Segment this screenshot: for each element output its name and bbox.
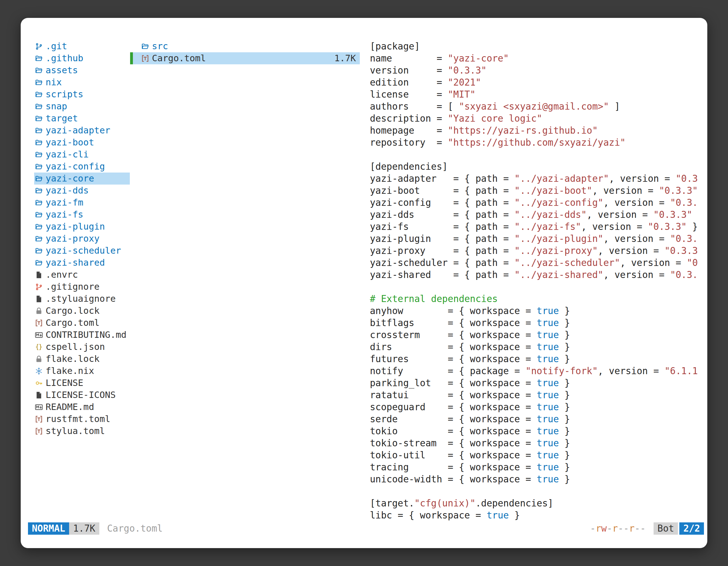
status-bar: NORMAL 1.7K Cargo.toml -rw-r--r-- Bot 2/… [28,522,704,535]
file-name: .git [46,40,67,52]
parent-file-row[interactable]: stylua.toml [34,425,130,437]
file-name: yazi-cli [46,149,89,161]
file-name: yazi-fs [46,209,83,221]
yazi-window: .git.githubassetsnixscriptssnaptargetyaz… [21,18,707,548]
git-icon [35,43,46,50]
preview-line: tokio = { workspace = true } [370,425,704,437]
selected-indicator-bar [130,52,133,64]
folder-icon [35,223,46,231]
parent-file-row[interactable]: LICENSE [34,377,130,389]
preview-line: tokio-stream = { workspace = true } [370,437,704,449]
file-name: target [46,112,78,125]
folder-icon [35,127,46,135]
preview-line: futures = { workspace = true } [370,353,704,365]
file-name: assets [46,64,78,76]
parent-file-row[interactable]: .envrc [34,269,130,281]
preview-line: [target."cfg(unix)".dependencies] [370,497,704,509]
parent-file-row[interactable]: flake.nix [34,365,130,377]
license-icon [35,379,46,387]
parent-file-row[interactable]: yazi-fs [34,209,130,221]
parent-file-row[interactable]: .gitignore [34,281,130,293]
file-name: .gitignore [46,281,100,293]
file-name: nix [46,76,62,88]
parent-file-row[interactable]: README.md [34,401,130,413]
preview-line: authors = [ "sxyazi <sxyazi@gmail.com>" … [370,100,704,112]
parent-file-row[interactable]: .github [34,52,130,64]
preview-line: yazi-adapter = { path = "../yazi-adapter… [370,173,704,185]
parent-file-row[interactable]: nix [34,76,130,88]
file-name: yazi-scheduler [46,245,121,257]
preview-line: yazi-boot = { path = "../yazi-boot", ver… [370,185,704,197]
parent-file-row[interactable]: .git [34,40,130,52]
file-name: .envrc [46,269,78,281]
folder-icon [35,115,46,123]
folder-icon [35,103,46,111]
parent-file-row[interactable]: LICENSE-ICONS [34,389,130,401]
file-name: Cargo.lock [46,305,100,317]
folder-icon [35,55,46,62]
parent-file-row[interactable]: flake.lock [34,353,130,365]
folder-icon [35,151,46,159]
file-name: yazi-proxy [46,233,100,245]
parent-file-row[interactable]: yazi-boot [34,137,130,149]
current-file-row[interactable]: Cargo.toml1.7K [130,52,360,64]
folder-icon [35,91,46,98]
folder-icon [35,235,46,243]
parent-file-row[interactable]: yazi-cli [34,149,130,161]
preview-line: bitflags = { workspace = true } [370,317,704,329]
folder-icon [35,199,46,207]
json-icon [35,343,46,351]
preview-line: tracing = { workspace = true } [370,461,704,473]
parent-file-row[interactable]: yazi-dds [34,185,130,197]
preview-line: yazi-config = { path = "../yazi-config",… [370,197,704,209]
file-name: LICENSE [46,377,83,389]
preview-line: homepage = "https://yazi-rs.github.io" [370,125,704,137]
file-name: yazi-adapter [46,125,110,137]
preview-line: repository = "https://github.com/sxyazi/… [370,137,704,149]
preview-line: license = "MIT" [370,88,704,100]
preview-line [370,281,704,293]
parent-file-row[interactable]: yazi-shared [34,257,130,269]
file-name: .styluaignore [46,293,116,305]
parent-file-row[interactable]: CONTRIBUTING.md [34,329,130,341]
parent-file-row[interactable]: yazi-fm [34,197,130,209]
preview-line: yazi-shared = { path = "../yazi-shared",… [370,269,704,281]
file-icon [35,271,46,279]
preview-line: parking_lot = { workspace = true } [370,377,704,389]
file-icon [35,391,46,399]
parent-file-row[interactable]: yazi-scheduler [34,245,130,257]
parent-file-row[interactable]: Cargo.toml [34,317,130,329]
toml-icon [35,427,46,435]
mode-indicator: NORMAL [28,522,69,535]
parent-file-row[interactable]: rustfmt.toml [34,413,130,425]
file-name: .github [46,52,83,64]
preview-line: yazi-plugin = { path = "../yazi-plugin",… [370,233,704,245]
current-file-row[interactable]: src [130,40,360,52]
parent-file-row[interactable]: yazi-plugin [34,221,130,233]
permissions-indicator: -rw-r--r-- [590,522,646,535]
parent-file-row[interactable]: yazi-proxy [34,233,130,245]
parent-file-row[interactable]: yazi-config [34,161,130,173]
markdown-icon [35,331,46,339]
parent-file-row[interactable]: yazi-adapter [34,125,130,137]
parent-file-row[interactable]: snap [34,100,130,112]
parent-file-row[interactable]: Cargo.lock [34,305,130,317]
preview-line: ratatui = { workspace = true } [370,389,704,401]
parent-file-row[interactable]: assets [34,64,130,76]
parent-file-row[interactable]: target [34,112,130,125]
file-name: snap [46,100,67,112]
toml-icon [141,55,152,62]
file-icon [35,295,46,303]
preview-line: tokio-util = { workspace = true } [370,449,704,461]
preview-line: description = "Yazi core logic" [370,112,704,125]
folder-icon [35,175,46,183]
parent-file-row[interactable]: cspell.json [34,341,130,353]
folder-icon [35,211,46,219]
parent-file-row[interactable]: yazi-core [34,173,130,185]
lock-icon [35,355,46,363]
preview-line: [dependencies] [370,161,704,173]
parent-file-row[interactable]: .styluaignore [34,293,130,305]
cursor-position-indicator: 2/2 [679,522,704,535]
parent-file-row[interactable]: scripts [34,88,130,100]
lock-icon [35,307,46,315]
